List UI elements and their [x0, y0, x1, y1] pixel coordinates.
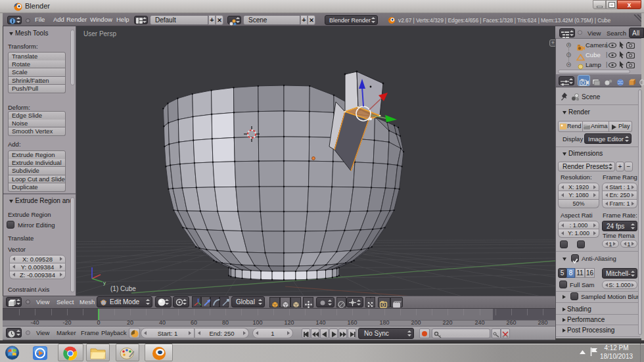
svg-text:y: y: [103, 280, 106, 286]
